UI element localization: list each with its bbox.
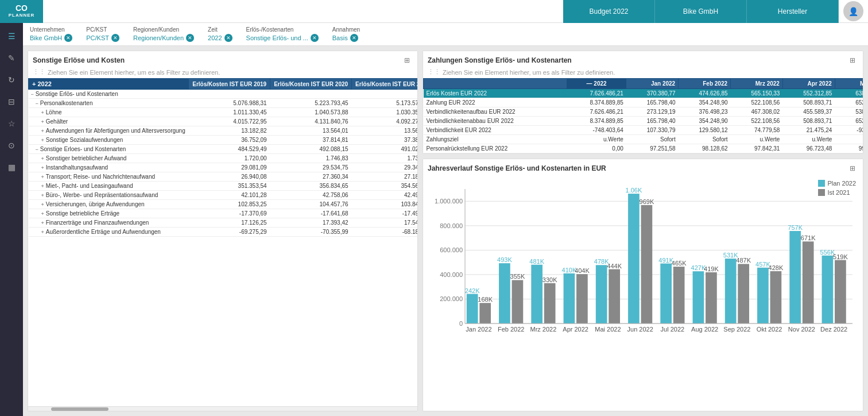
left-panel-expand-icon[interactable]: ⊞ [401,55,413,66]
payments-table-container[interactable]: — 2022 Jan 2022 Feb 2022 Mrz 2022 Apr 20… [423,78,863,153]
left-panel-table-container[interactable]: + 2022 Erlös/Kosten IST EUR 2019 Erlös/K… [28,78,417,406]
tab-budget-2022[interactable]: Budget 2022 [563,0,655,23]
legend-ist: Ist 2021 [818,189,856,196]
chart-panel-header: Jahresverlauf Sonstige Erlös- und Kosten… [423,159,863,175]
col-2020-val: 4.131.840,76 [270,117,352,126]
expand-icon[interactable]: + [41,128,44,134]
pay-total: 7.626.486,21 [567,107,626,117]
filter-pc-kst[interactable]: PC/KST PC/KST ✕ [86,26,119,42]
chart-panel: Jahresverlauf Sonstige Erlös- und Kosten… [423,159,863,411]
pay-mai: 652.629,90 [835,98,863,107]
filter-erloese-value[interactable]: Sonstige Erlös- und ... ✕ [246,34,319,42]
left-panel-title: Sonstige Erlöse und Kosten [33,56,125,64]
left-panel-scrollbar-thumb [51,407,108,411]
filter-zeit[interactable]: Zeit 2022 ✕ [208,26,232,42]
svg-rect-37 [628,194,640,323]
col-2019-val: -17.370,69 [189,209,270,218]
filter-regionen-chip: ✕ [186,34,194,42]
pay-mai: -93.044,45 [835,126,863,135]
filter-unternehmen-chip: ✕ [64,34,72,42]
filter-unternehmen[interactable]: Unternehmen Bike GmbH ✕ [30,26,72,42]
filter-unternehmen-value[interactable]: Bike GmbH ✕ [30,34,72,42]
left-sidebar: ☰ ✎ ↻ ⊟ ☆ ⊙ ▦ [0,23,23,416]
star-icon[interactable]: ☆ [3,115,20,132]
col-2019-val: 5.076.988,31 [189,99,270,108]
col-2020-val: 17.393,42 [270,218,352,228]
filter-erloese[interactable]: Erlös-/Kostenarten Sonstige Erlös- und .… [246,26,319,42]
pay-jan: 370.380,77 [626,89,679,98]
svg-text:Nov 2022: Nov 2022 [788,326,815,333]
expand-icon[interactable]: − [31,91,34,97]
left-panel: Sonstige Erlöse und Kosten ⊞ ⋮⋮ Ziehen S… [28,51,418,411]
filter-zeit-value[interactable]: 2022 ✕ [208,34,232,42]
col-2021-val: -17.497,27 [352,209,417,218]
col-2020-val: 27.360,34 [270,172,352,182]
filter-annahmen-value[interactable]: Basis ✕ [332,34,360,42]
col-2020: Erlös/Kosten IST EUR 2020 [270,79,352,90]
pay-apr: 508.893,71 [782,117,835,126]
row-label: +Sonstige Sozialaufwendungen [29,136,189,145]
filter-annahmen[interactable]: Annahmen Basis ✕ [332,26,360,42]
row-label: +Büro-, Werbe- und Repräsentationsaufwan… [29,191,189,200]
tab-bike-gmbh[interactable]: Bike GmbH [655,0,747,23]
pay-col-feb: Feb 2022 [679,79,731,89]
svg-text:419K: 419K [704,265,719,272]
svg-text:671K: 671K [801,234,816,241]
expand-icon[interactable]: + [41,183,44,189]
left-panel-scrollbar[interactable] [28,406,417,411]
expand-icon[interactable]: + [41,220,44,226]
payments-panel: Zahlungen Sonstige Erlös- und Kostenarte… [423,51,863,154]
col-2020-val: 5.223.793,45 [270,99,352,108]
filter-erloese-label: Erlös-/Kostenarten [246,26,319,33]
refresh-icon[interactable]: ↻ [3,71,20,88]
expand-icon[interactable]: + [41,137,44,143]
expand-icon[interactable]: − [36,147,38,152]
top-bar: CO PLANNER Budget 2022 Bike GmbH Herstel… [0,0,868,23]
pay-jan: Sofort [626,135,679,144]
col-2019-val: 102.853,25 [189,200,270,209]
pay-feb: 129.580,12 [679,126,731,135]
svg-text:Apr 2022: Apr 2022 [563,326,588,333]
payments-panel-expand-icon[interactable]: ⊞ [847,55,858,66]
svg-rect-44 [673,267,685,323]
expand-icon[interactable]: + [41,202,44,207]
expand-icon[interactable]: + [41,156,44,161]
row-label: +Transport; Reise- und Nachrichtenaufwan… [29,172,189,182]
svg-text:481K: 481K [529,258,544,265]
row-label: −Sonstige Erloes- und Kostenarten [29,145,189,154]
svg-text:493K: 493K [497,256,512,263]
filter-bar: Unternehmen Bike GmbH ✕ PC/KST PC/KST ✕ … [23,23,868,46]
col-2020-val: -17.641,68 [270,209,352,218]
expand-icon[interactable]: + [41,229,44,235]
svg-text:1.06K: 1.06K [626,187,642,194]
chart-panel-expand-icon[interactable]: ⊞ [847,163,858,174]
tab-hersteller[interactable]: Hersteller [747,0,839,23]
svg-text:200.000: 200.000 [440,295,463,302]
filter-regionen-value[interactable]: Regionen/Kunden ✕ [133,34,194,42]
pay-apr: 508.893,71 [782,98,835,107]
chart-icon[interactable]: ▦ [3,159,20,176]
expand-icon[interactable]: + [41,211,44,217]
svg-rect-34 [609,269,620,323]
svg-rect-69 [835,260,846,323]
svg-text:969K: 969K [640,198,654,205]
expand-icon[interactable]: + [41,110,44,115]
col-2021-val: 491.029,72 [352,145,417,154]
expand-icon[interactable]: − [36,101,38,106]
expand-icon[interactable]: + [41,165,44,171]
svg-rect-67 [822,256,834,323]
expand-icon[interactable]: + [41,119,44,125]
filter-pc-kst-label: PC/KST [86,26,119,33]
legend-plan-color [818,180,825,187]
edit-icon[interactable]: ✎ [3,49,20,67]
filter-regionen[interactable]: Regionen/Kunden Regionen/Kunden ✕ [133,26,194,42]
filter-pc-kst-value[interactable]: PC/KST ✕ [86,34,119,42]
col-2020-val: 356.834,65 [270,182,352,191]
menu-icon[interactable]: ☰ [3,28,20,45]
avatar[interactable]: 👤 [843,1,863,21]
expand-icon[interactable]: + [41,192,44,198]
svg-text:Dez 2022: Dez 2022 [820,326,847,333]
filter-icon[interactable]: ⊟ [3,93,20,110]
share-icon[interactable]: ⊙ [3,137,20,154]
expand-icon[interactable]: + [41,174,44,180]
